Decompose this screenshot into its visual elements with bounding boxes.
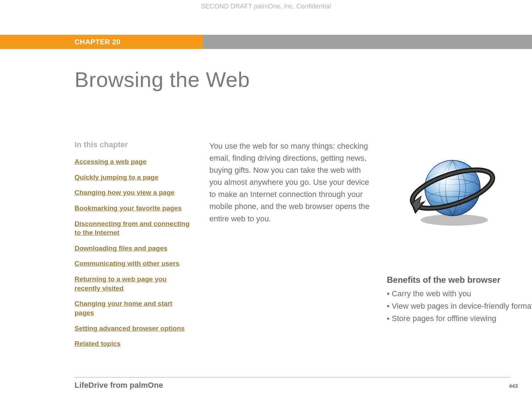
toc-link-bookmarking[interactable]: Bookmarking your favorite pages xyxy=(75,204,192,213)
benefit-item: View web pages in device-friendly format xyxy=(387,301,532,312)
benefits-heading: Benefits of the web browser xyxy=(387,275,532,285)
chapter-label: CHAPTER 20 xyxy=(75,38,120,46)
content: In this chapter Accessing a web page Qui… xyxy=(75,140,511,372)
benefits-list: Carry the web with you View web pages in… xyxy=(387,288,532,324)
toc-link-home-start[interactable]: Changing your home and start pages xyxy=(75,299,192,317)
toc-link-returning[interactable]: Returning to a web page you recently vis… xyxy=(75,275,192,293)
toc-link-accessing[interactable]: Accessing a web page xyxy=(75,157,192,166)
footer-product: LifeDrive from palmOne xyxy=(75,381,163,390)
benefit-item: Store pages for offline viewing xyxy=(387,313,532,324)
chapter-highlight: CHAPTER 20 xyxy=(0,35,203,49)
footer-rule xyxy=(75,377,511,377)
footer: LifeDrive from palmOne 443 xyxy=(75,381,518,390)
toc-link-quickly-jumping[interactable]: Quickly jumping to a page xyxy=(75,173,192,182)
toc-link-communicating[interactable]: Communicating with other users xyxy=(75,259,192,268)
page-title: Browsing the Web xyxy=(75,67,250,92)
intro-column: You use the web for so many things: chec… xyxy=(209,140,373,225)
confidential-header: SECOND DRAFT palmOne, Inc. Confidential xyxy=(0,0,532,10)
toc-link-disconnecting[interactable]: Disconnecting from and connecting to the… xyxy=(75,219,192,237)
toc-link-related-topics[interactable]: Related topics xyxy=(75,339,192,348)
benefits-block: Benefits of the web browser Carry the we… xyxy=(387,275,532,325)
chapter-bar: CHAPTER 20 xyxy=(0,35,532,49)
globe-internet-icon xyxy=(405,151,497,229)
intro-text: You use the web for so many things: chec… xyxy=(209,140,373,225)
footer-page-number: 443 xyxy=(509,383,518,389)
toc-link-changing-view[interactable]: Changing how you view a page xyxy=(75,188,192,197)
benefit-item: Carry the web with you xyxy=(387,288,532,299)
toc-link-downloading[interactable]: Downloading files and pages xyxy=(75,244,192,253)
sidebar-heading: In this chapter xyxy=(75,140,192,149)
toc-link-advanced-options[interactable]: Setting advanced browser options xyxy=(75,324,192,333)
sidebar: In this chapter Accessing a web page Qui… xyxy=(75,140,192,355)
